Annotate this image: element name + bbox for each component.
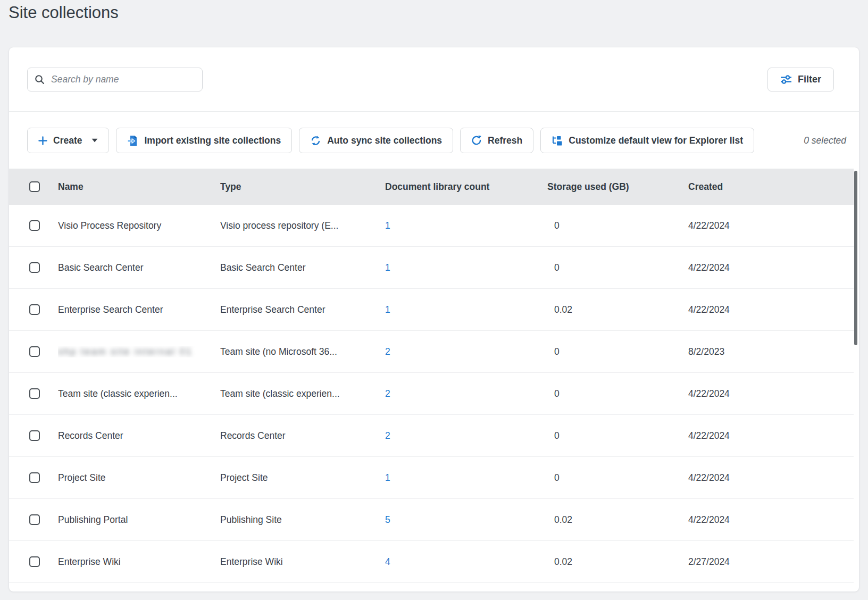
- table-row: Enterprise Search Center Enterprise Sear…: [9, 289, 854, 331]
- table-row: Project Site Project Site 1 0 4/22/2024: [9, 457, 854, 499]
- storage-used: 0: [547, 262, 560, 273]
- storage-used: 0.02: [547, 556, 572, 568]
- import-document-icon: [127, 135, 138, 146]
- row-checkbox[interactable]: [29, 388, 40, 399]
- divider: [9, 111, 859, 112]
- table-body: Visio Process Repository Visio process r…: [9, 205, 859, 583]
- storage-used: 0: [547, 388, 560, 399]
- vertical-scrollbar-thumb[interactable]: [854, 171, 857, 345]
- created-date: 4/22/2024: [688, 388, 854, 399]
- storage-used: 0: [547, 346, 560, 357]
- site-type: Basic Search Center: [220, 262, 385, 273]
- toolbar: Create Import existing site collections: [27, 128, 846, 153]
- filter-button[interactable]: Filter: [767, 68, 834, 91]
- column-header-name: Name: [58, 181, 220, 193]
- sliders-icon: [780, 75, 792, 84]
- site-type: Enterprise Search Center: [220, 304, 385, 315]
- refresh-icon: [471, 135, 482, 146]
- plus-icon: [38, 136, 47, 145]
- site-name: Publishing Portal: [58, 514, 128, 525]
- create-button-label: Create: [53, 135, 82, 146]
- document-library-count-link[interactable]: 2: [385, 346, 390, 357]
- row-checkbox[interactable]: [29, 220, 40, 231]
- site-name: Records Center: [58, 430, 123, 441]
- column-header-doc-count: Document library count: [385, 181, 547, 193]
- storage-used: 0.02: [547, 304, 572, 315]
- site-type: Enterprise Wiki: [220, 556, 385, 568]
- site-name: Enterprise Wiki: [58, 556, 121, 567]
- document-library-count-link[interactable]: 4: [385, 556, 390, 567]
- filter-button-label: Filter: [798, 74, 821, 85]
- customize-default-view-button[interactable]: Customize default view for Explorer list: [540, 128, 754, 153]
- row-checkbox[interactable]: [29, 556, 40, 567]
- site-type: Publishing Site: [220, 514, 385, 526]
- site-type: Records Center: [220, 430, 385, 441]
- row-checkbox[interactable]: [29, 472, 40, 483]
- created-date: 4/22/2024: [688, 262, 854, 273]
- site-name: Team site (classic experien...: [58, 388, 178, 399]
- row-checkbox[interactable]: [29, 514, 40, 525]
- site-type: Team site (classic experien...: [220, 388, 385, 399]
- page-title: Site collections: [9, 3, 119, 22]
- column-header-created: Created: [688, 181, 854, 193]
- site-name: Visio Process Repository: [58, 220, 161, 231]
- table-row: Publishing Portal Publishing Site 5 0.02…: [9, 499, 854, 541]
- row-checkbox[interactable]: [29, 430, 40, 441]
- document-library-count-link[interactable]: 1: [385, 472, 390, 483]
- site-type: Visio process repository (E...: [220, 220, 385, 231]
- sync-icon: [310, 136, 321, 146]
- auto-sync-button-label: Auto sync site collections: [327, 135, 442, 146]
- site-name: Enterprise Search Center: [58, 304, 163, 315]
- table-row: Team site (classic experien... Team site…: [9, 373, 854, 415]
- column-header-storage: Storage used (GB): [547, 181, 688, 193]
- auto-sync-button[interactable]: Auto sync site collections: [299, 128, 453, 153]
- created-date: 2/27/2024: [688, 556, 854, 568]
- search-box[interactable]: [27, 68, 203, 91]
- search-row: Filter: [27, 68, 843, 91]
- storage-used: 0.02: [547, 514, 572, 526]
- document-library-count-link[interactable]: 5: [385, 514, 390, 525]
- table-row: Visio Process Repository Visio process r…: [9, 205, 854, 247]
- create-button[interactable]: Create: [27, 128, 109, 153]
- storage-used: 0: [547, 472, 560, 484]
- customize-button-label: Customize default view for Explorer list: [569, 135, 743, 146]
- search-input[interactable]: [50, 73, 195, 86]
- row-checkbox[interactable]: [29, 262, 40, 273]
- document-library-count-link[interactable]: 2: [385, 430, 390, 441]
- row-checkbox[interactable]: [29, 346, 40, 357]
- document-library-count-link[interactable]: 1: [385, 220, 390, 231]
- chevron-down-icon: [91, 138, 98, 143]
- search-icon: [35, 74, 45, 85]
- column-header-type: Type: [220, 181, 385, 193]
- created-date: 4/22/2024: [688, 430, 854, 441]
- select-all-checkbox[interactable]: [29, 181, 40, 192]
- created-date: 4/22/2024: [688, 220, 854, 231]
- document-library-count-link[interactable]: 2: [385, 388, 390, 399]
- refresh-button[interactable]: Refresh: [460, 128, 533, 153]
- created-date: 4/22/2024: [688, 304, 854, 315]
- selected-count: 0 selected: [804, 135, 846, 146]
- created-date: 8/2/2023: [688, 346, 854, 357]
- tree-view-icon: [552, 136, 563, 146]
- refresh-button-label: Refresh: [488, 135, 522, 146]
- created-date: 4/22/2024: [688, 472, 854, 484]
- import-button-label: Import existing site collections: [144, 135, 281, 146]
- table-row: Records Center Records Center 2 0 4/22/2…: [9, 415, 854, 457]
- site-name: Project Site: [58, 472, 105, 483]
- site-type: Team site (no Microsoft 36...: [220, 346, 385, 357]
- created-date: 4/22/2024: [688, 514, 854, 526]
- site-type: Project Site: [220, 472, 385, 484]
- storage-used: 0: [547, 430, 560, 441]
- storage-used: 0: [547, 220, 560, 231]
- document-library-count-link[interactable]: 1: [385, 304, 390, 315]
- site-collections-table: Name Type Document library count Storage…: [9, 169, 859, 591]
- row-checkbox[interactable]: [29, 304, 40, 315]
- import-site-collections-button[interactable]: Import existing site collections: [116, 128, 292, 153]
- site-name: shp team site internal 01: [58, 346, 193, 357]
- site-collections-panel: Filter Create: [9, 47, 859, 592]
- table-header: Name Type Document library count Storage…: [9, 169, 854, 205]
- site-name: Basic Search Center: [58, 262, 144, 273]
- table-row: shp team site internal 01 Team site (no …: [9, 331, 854, 373]
- table-row: Basic Search Center Basic Search Center …: [9, 247, 854, 289]
- document-library-count-link[interactable]: 1: [385, 262, 390, 273]
